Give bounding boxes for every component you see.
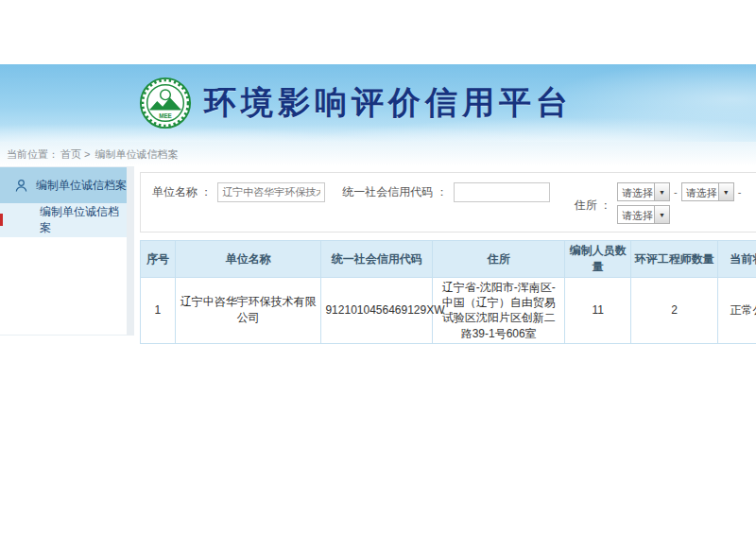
breadcrumb-home-link[interactable]: 首页 bbox=[60, 148, 81, 160]
sidebar-item-label: 编制单位诚信档案 bbox=[40, 204, 127, 236]
table-header-row: 序号 单位名称 统一社会信用代码 住所 编制人员数量 环评工程师数量 当前状态 … bbox=[141, 241, 756, 278]
company-name-link[interactable]: 辽宁中咨华宇环保技术有限公司 bbox=[175, 278, 321, 344]
content-area: 编制单位诚信档案 编制单位诚信档案 单位名称 ： 统一社会信用代码 ： 住所 ： bbox=[0, 166, 756, 344]
site-banner: MEE 环境影响评价信用平台 bbox=[0, 64, 756, 142]
district-select[interactable]: 请选择 ▼ bbox=[617, 205, 670, 224]
results-table: 序号 单位名称 统一社会信用代码 住所 编制人员数量 环评工程师数量 当前状态 … bbox=[140, 240, 756, 344]
credit-code-input[interactable] bbox=[454, 182, 550, 202]
chevron-down-icon: ▼ bbox=[718, 183, 733, 200]
col-header-address: 住所 bbox=[433, 241, 565, 278]
active-marker bbox=[0, 214, 3, 226]
city-select[interactable]: 请选择 ▼ bbox=[681, 182, 734, 201]
col-header-staff-count: 编制人员数量 bbox=[565, 241, 631, 278]
table-row: 1 辽宁中咨华宇环保技术有限公司 9121010456469129XW 辽宁省-… bbox=[141, 278, 756, 344]
credit-code-value: 9121010456469129XW bbox=[321, 278, 433, 344]
staff-count-link[interactable]: 11 bbox=[565, 278, 631, 344]
status-value: 正常公开 bbox=[718, 278, 756, 344]
address-field: 住所 ： 请选择 ▼ - 请选择 ▼ - bbox=[575, 182, 742, 228]
engineer-count-link[interactable]: 2 bbox=[631, 278, 718, 344]
col-header-engineer-count: 环评工程师数量 bbox=[631, 241, 718, 278]
col-header-index: 序号 bbox=[141, 241, 176, 278]
credit-code-field: 统一社会信用代码 ： bbox=[342, 182, 574, 202]
credit-code-label: 统一社会信用代码 ： bbox=[342, 184, 447, 200]
dash-separator: - bbox=[738, 186, 742, 198]
chevron-down-icon: ▼ bbox=[654, 183, 669, 200]
address-value: 辽宁省-沈阳市-浑南区-中国（辽宁）自由贸易试验区沈阳片区创新二路39-1号60… bbox=[433, 278, 565, 344]
sidebar-divider bbox=[127, 166, 134, 336]
breadcrumb-current: 编制单位诚信档案 bbox=[95, 148, 179, 160]
breadcrumb-separator: > bbox=[84, 148, 90, 160]
district-select-value: 请选择 bbox=[618, 206, 654, 223]
sidebar-item-credit-archive[interactable]: 编制单位诚信档案 bbox=[0, 203, 127, 237]
address-selects: 请选择 ▼ - 请选择 ▼ - 请选择 ▼ bbox=[617, 182, 741, 228]
unit-name-input[interactable] bbox=[217, 182, 325, 202]
dash-separator: - bbox=[674, 186, 678, 198]
row-index: 1 bbox=[141, 278, 176, 344]
user-icon bbox=[14, 179, 28, 193]
breadcrumb-prefix: 当前位置： bbox=[7, 148, 59, 160]
province-select[interactable]: 请选择 ▼ bbox=[617, 182, 670, 201]
col-header-status: 当前状态 bbox=[718, 241, 756, 278]
svg-text:MEE: MEE bbox=[159, 112, 172, 119]
sidebar-header[interactable]: 编制单位诚信档案 bbox=[0, 167, 127, 203]
address-label: 住所 ： bbox=[575, 198, 611, 214]
breadcrumb: 当前位置：首页 > 编制单位诚信档案 bbox=[0, 142, 756, 166]
province-select-value: 请选择 bbox=[618, 183, 654, 200]
col-header-unit-name: 单位名称 bbox=[175, 241, 321, 278]
main-panel: 单位名称 ： 统一社会信用代码 ： 住所 ： 请选择 ▼ - bbox=[140, 172, 756, 344]
chevron-down-icon: ▼ bbox=[654, 206, 669, 223]
sidebar: 编制单位诚信档案 编制单位诚信档案 bbox=[0, 166, 127, 336]
sidebar-header-label: 编制单位诚信档案 bbox=[36, 178, 127, 194]
unit-name-field: 单位名称 ： bbox=[152, 182, 342, 202]
city-select-value: 请选择 bbox=[682, 183, 718, 200]
top-whitespace bbox=[0, 0, 756, 64]
unit-name-label: 单位名称 ： bbox=[152, 184, 212, 200]
search-panel: 单位名称 ： 统一社会信用代码 ： 住所 ： 请选择 ▼ - bbox=[140, 172, 756, 233]
site-title: 环境影响评价信用平台 bbox=[204, 81, 573, 125]
mee-logo-icon: MEE bbox=[138, 76, 193, 130]
col-header-credit-code: 统一社会信用代码 bbox=[321, 241, 433, 278]
